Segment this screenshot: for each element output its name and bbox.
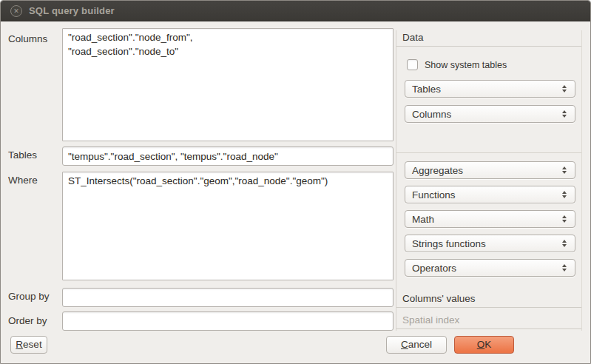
where-textarea[interactable]: ST_Intersects("road_section"."geom","roa… xyxy=(62,172,394,280)
columns-label: Columns xyxy=(8,33,47,44)
spinner-icon xyxy=(562,110,568,118)
data-panel-frame xyxy=(396,30,582,331)
spinner-icon xyxy=(562,166,568,174)
spatial-index-header: Spatial index xyxy=(396,313,581,329)
spinner-icon xyxy=(562,85,568,92)
tables-dropdown-label: Tables xyxy=(412,84,441,95)
spinner-icon xyxy=(562,191,568,198)
aggregates-dropdown-label: Aggregates xyxy=(412,165,463,176)
operators-dropdown-label: Operators xyxy=(412,263,456,274)
columns-textarea[interactable]: "road_section"."node_from", "road_sectio… xyxy=(62,28,394,141)
functions-dropdown[interactable]: Functions xyxy=(405,186,575,203)
show-system-tables-checkbox[interactable] xyxy=(407,59,418,70)
group-by-input[interactable] xyxy=(62,288,394,307)
show-system-tables-label: Show system tables xyxy=(425,60,507,70)
tables-input[interactable] xyxy=(62,146,394,166)
group-by-label: Group by xyxy=(8,291,50,302)
math-dropdown[interactable]: Math xyxy=(405,210,575,228)
tables-dropdown[interactable]: Tables xyxy=(405,80,575,98)
operators-dropdown[interactable]: Operators xyxy=(405,259,575,277)
math-dropdown-label: Math xyxy=(412,214,434,225)
data-section-header: Data xyxy=(396,30,581,47)
order-by-input[interactable] xyxy=(62,311,394,331)
order-by-label: Order by xyxy=(8,315,47,326)
window-title: SQL query builder xyxy=(29,5,115,16)
where-label: Where xyxy=(8,175,38,186)
tables-label: Tables xyxy=(8,149,37,161)
sql-query-builder-dialog: ✕ SQL query builder Columns "road_sectio… xyxy=(0,0,591,364)
aggregates-dropdown[interactable]: Aggregates xyxy=(405,161,575,179)
close-icon: ✕ xyxy=(13,7,19,15)
functions-dropdown-label: Functions xyxy=(412,189,456,200)
close-button[interactable]: ✕ xyxy=(10,5,22,17)
ok-button[interactable]: OK xyxy=(454,336,514,354)
strings-functions-dropdown-label: Strings functions xyxy=(412,238,486,249)
spinner-icon xyxy=(562,264,568,272)
columns-dropdown-label: Columns xyxy=(412,109,451,120)
spinner-icon xyxy=(562,215,568,223)
spinner-icon xyxy=(562,240,568,247)
panel-separator xyxy=(396,152,581,153)
titlebar: ✕ SQL query builder xyxy=(1,1,590,21)
columns-dropdown[interactable]: Columns xyxy=(405,105,575,123)
strings-functions-dropdown[interactable]: Strings functions xyxy=(405,235,575,252)
cancel-button[interactable]: Cancel xyxy=(386,336,447,354)
columns-values-header[interactable]: Columns' values xyxy=(396,291,581,308)
reset-button[interactable]: Reset xyxy=(10,336,47,354)
